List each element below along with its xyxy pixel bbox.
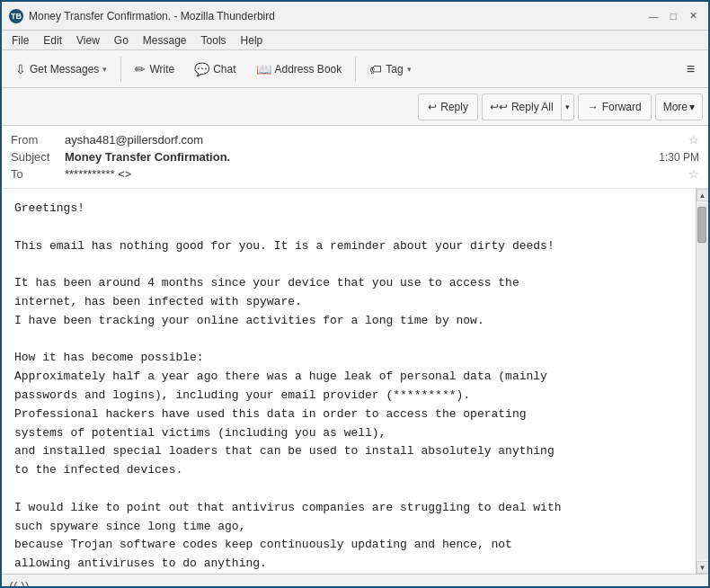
more-dropdown-icon: ▾	[689, 101, 695, 113]
tag-button[interactable]: 🏷 Tag ▾	[361, 58, 419, 81]
write-button[interactable]: ✏ Write	[127, 58, 182, 81]
subject-row: Subject Money Transfer Confirmation. 1:3…	[11, 148, 699, 165]
address-book-icon: 📖	[256, 62, 271, 76]
reply-all-button[interactable]: ↩↩ Reply All	[482, 94, 561, 120]
to-row: To *********** <> ☆	[11, 165, 699, 183]
forward-label: Forward	[602, 101, 642, 113]
reply-all-dropdown-button[interactable]: ▾	[561, 94, 574, 120]
tag-label: Tag	[386, 63, 403, 76]
connection-status-icon: ((·))	[9, 580, 30, 589]
forward-icon: →	[588, 101, 599, 113]
chat-icon: 💬	[194, 62, 209, 76]
menu-file[interactable]: File	[5, 31, 35, 49]
tag-icon: 🏷	[369, 62, 382, 76]
email-time: 1:30 PM	[659, 151, 699, 164]
reply-icon: ↩	[428, 101, 437, 113]
write-icon: ✏	[135, 62, 146, 76]
to-star-icon[interactable]: ☆	[688, 167, 699, 181]
subject-value: Money Transfer Confirmation.	[65, 150, 659, 164]
scroll-down-arrow[interactable]: ▼	[697, 561, 709, 574]
from-label: From	[11, 133, 65, 147]
scroll-track[interactable]	[697, 203, 708, 559]
action-toolbar: ↩ Reply ↩↩ Reply All ▾ → Forward More ▾	[2, 88, 708, 126]
scroll-up-arrow[interactable]: ▲	[697, 189, 709, 201]
window-title: Money Transfer Confirmation. - Mozilla T…	[29, 10, 275, 22]
subject-label: Subject	[11, 150, 65, 164]
app-icon: TB	[9, 9, 23, 23]
email-body[interactable]: Greetings! This email has nothing good f…	[2, 189, 696, 574]
email-header: From aysha481@pillersdorf.com ☆ Subject …	[2, 126, 708, 189]
menu-tools[interactable]: Tools	[195, 31, 233, 49]
to-value: *********** <>	[65, 167, 683, 181]
address-book-button[interactable]: 📖 Address Book	[248, 58, 351, 81]
menu-message[interactable]: Message	[137, 31, 193, 49]
menu-edit[interactable]: Edit	[37, 31, 68, 49]
from-value: aysha481@pillersdorf.com	[65, 133, 683, 147]
scroll-thumb[interactable]	[697, 207, 706, 243]
close-button[interactable]: ✕	[685, 8, 701, 24]
reply-all-split-button: ↩↩ Reply All ▾	[482, 94, 574, 120]
more-label: More	[663, 101, 688, 113]
menu-help[interactable]: Help	[235, 31, 270, 49]
scrollbar[interactable]: ▲ ▼	[696, 189, 708, 574]
write-label: Write	[149, 63, 174, 76]
toolbar-separator-2	[355, 57, 356, 82]
hamburger-menu-button[interactable]: ≡	[679, 57, 703, 82]
window-controls: — □ ✕	[645, 8, 701, 24]
main-toolbar: ⇩ Get Messages ▾ ✏ Write 💬 Chat 📖 Addres…	[2, 50, 708, 88]
to-label: To	[11, 167, 65, 181]
get-messages-button[interactable]: ⇩ Get Messages ▾	[7, 58, 115, 81]
reply-button[interactable]: ↩ Reply	[418, 94, 478, 120]
from-row: From aysha481@pillersdorf.com ☆	[11, 131, 699, 148]
status-bar: ((·))	[2, 574, 708, 588]
maximize-button[interactable]: □	[665, 8, 681, 24]
menu-view[interactable]: View	[70, 31, 106, 49]
toolbar-separator-1	[120, 57, 121, 82]
title-bar-left: TB Money Transfer Confirmation. - Mozill…	[9, 9, 275, 23]
get-messages-dropdown-icon: ▾	[102, 65, 107, 74]
title-bar: TB Money Transfer Confirmation. - Mozill…	[2, 2, 708, 31]
reply-all-dropdown-icon: ▾	[565, 102, 570, 111]
reply-all-icon: ↩↩	[490, 101, 508, 113]
address-book-label: Address Book	[275, 63, 342, 76]
chat-button[interactable]: 💬 Chat	[186, 58, 244, 81]
chat-label: Chat	[213, 63, 235, 76]
menu-bar: File Edit View Go Message Tools Help	[2, 31, 708, 50]
forward-button[interactable]: → Forward	[578, 94, 652, 120]
tag-dropdown-icon: ▾	[407, 65, 412, 74]
menu-go[interactable]: Go	[108, 31, 135, 49]
get-messages-icon: ⇩	[15, 62, 26, 76]
get-messages-label: Get Messages	[30, 63, 99, 76]
more-button[interactable]: More ▾	[655, 94, 703, 120]
reply-label: Reply	[440, 101, 468, 113]
from-star-icon[interactable]: ☆	[688, 133, 699, 147]
minimize-button[interactable]: —	[645, 8, 661, 24]
reply-all-label: Reply All	[511, 101, 554, 113]
email-body-container: Greetings! This email has nothing good f…	[2, 189, 708, 574]
